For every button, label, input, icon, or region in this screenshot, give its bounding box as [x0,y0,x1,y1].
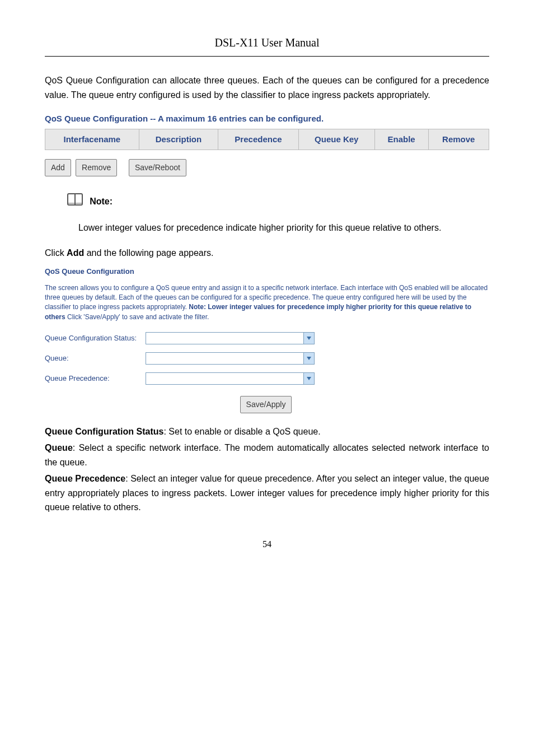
config-desc-part2: Click 'Save/Apply' to save and activate … [65,313,209,321]
qos-config-description: The screen allows you to configure a QoS… [45,283,489,323]
definition-queue: Queue: Select a specific network interfa… [45,441,489,469]
def-queue-text: : Select a specific network interface. T… [45,443,489,467]
remove-button[interactable]: Remove [76,159,117,176]
save-apply-button[interactable]: Save/Apply [240,396,292,413]
svg-marker-5 [307,377,311,380]
chevron-down-icon [303,333,314,344]
chevron-down-icon [303,353,314,364]
note-text: Lower integer values for precedence indi… [78,221,489,235]
header-divider [45,56,489,57]
qos-config-title: QoS Queue Configuration [45,266,489,278]
queue-precedence-select[interactable] [146,372,315,385]
queue-select[interactable] [146,352,315,365]
def-precedence-bold: Queue Precedence [45,474,125,483]
qos-queue-table: Interfacename Description Precedence Que… [45,129,489,150]
def-status-bold: Queue Configuration Status [45,427,163,436]
click-prefix: Click [45,248,67,258]
note-icon [67,193,83,209]
svg-marker-4 [307,357,311,360]
note-label: Note: [90,196,113,206]
col-queue-key: Queue Key [298,129,374,150]
col-interfacename: Interfacename [45,129,139,150]
qos-table-heading: QoS Queue Configuration -- A maximum 16 … [45,112,489,125]
click-add-instruction: Click Add and the following page appears… [45,246,489,260]
table-button-row: Add Remove Save/Reboot [45,159,489,176]
definition-precedence: Queue Precedence: Select an integer valu… [45,472,489,515]
queue-label: Queue: [45,353,146,365]
intro-paragraph: QoS Queue Configuration can allocate thr… [45,73,489,102]
col-precedence: Precedence [218,129,299,150]
queue-config-status-label: Queue Configuration Status: [45,333,146,344]
col-enable: Enable [374,129,428,150]
col-description: Description [139,129,218,150]
def-queue-bold: Queue [45,443,73,452]
click-suffix: and the following page appears. [84,248,213,258]
queue-precedence-label: Queue Precedence: [45,373,146,385]
chevron-down-icon [303,373,314,384]
col-remove: Remove [428,129,489,150]
definition-status: Queue Configuration Status: Set to enabl… [45,424,489,439]
save-reboot-button[interactable]: Save/Reboot [129,159,186,176]
click-bold: Add [67,248,84,258]
page-number: 54 [45,537,489,552]
queue-config-status-select[interactable] [146,332,315,344]
svg-marker-3 [307,337,311,340]
def-status-text: : Set to enable or disable a QoS queue. [163,427,320,436]
page-title: DSL-X11 User Manual [45,34,489,52]
add-button[interactable]: Add [45,159,71,176]
